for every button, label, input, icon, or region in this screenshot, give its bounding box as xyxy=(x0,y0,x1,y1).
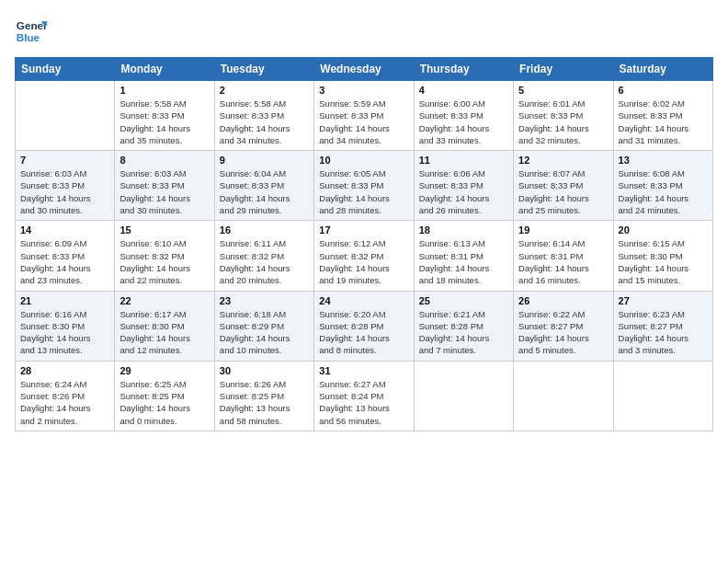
calendar-cell: 5Sunrise: 6:01 AM Sunset: 8:33 PM Daylig… xyxy=(514,81,613,151)
day-info: Sunrise: 6:03 AM Sunset: 8:33 PM Dayligh… xyxy=(119,167,209,216)
day-number: 8 xyxy=(119,155,209,166)
day-info: Sunrise: 5:59 AM Sunset: 8:33 PM Dayligh… xyxy=(319,98,408,146)
calendar-cell: 6Sunrise: 6:02 AM Sunset: 8:33 PM Daylig… xyxy=(613,81,712,151)
day-info: Sunrise: 6:27 AM Sunset: 8:24 PM Dayligh… xyxy=(319,378,408,427)
calendar-cell: 12Sunrise: 6:07 AM Sunset: 8:33 PM Dayli… xyxy=(514,151,613,221)
day-info: Sunrise: 6:01 AM Sunset: 8:33 PM Dayligh… xyxy=(518,98,608,146)
calendar-cell: 8Sunrise: 6:03 AM Sunset: 8:33 PM Daylig… xyxy=(115,151,214,221)
calendar-cell: 26Sunrise: 6:22 AM Sunset: 8:27 PM Dayli… xyxy=(514,291,613,361)
calendar-cell: 11Sunrise: 6:06 AM Sunset: 8:33 PM Dayli… xyxy=(414,151,513,221)
day-info: Sunrise: 6:00 AM Sunset: 8:33 PM Dayligh… xyxy=(419,98,508,146)
day-number: 3 xyxy=(319,85,408,96)
day-number: 27 xyxy=(619,295,708,306)
calendar-cell: 9Sunrise: 6:04 AM Sunset: 8:33 PM Daylig… xyxy=(214,151,313,221)
day-info: Sunrise: 6:11 AM Sunset: 8:32 PM Dayligh… xyxy=(220,237,309,286)
day-info: Sunrise: 6:03 AM Sunset: 8:33 PM Dayligh… xyxy=(20,167,109,216)
day-info: Sunrise: 6:12 AM Sunset: 8:32 PM Dayligh… xyxy=(319,237,408,286)
calendar-cell: 2Sunrise: 5:58 AM Sunset: 8:33 PM Daylig… xyxy=(214,81,313,151)
day-info: Sunrise: 6:22 AM Sunset: 8:27 PM Dayligh… xyxy=(518,308,608,357)
day-number: 24 xyxy=(319,295,408,306)
day-info: Sunrise: 6:10 AM Sunset: 8:32 PM Dayligh… xyxy=(119,237,209,286)
svg-text:Blue: Blue xyxy=(17,31,40,43)
day-number: 18 xyxy=(419,224,508,236)
calendar: SundayMondayTuesdayWednesdayThursdayFrid… xyxy=(15,57,713,431)
calendar-cell: 22Sunrise: 6:17 AM Sunset: 8:30 PM Dayli… xyxy=(115,291,214,361)
day-info: Sunrise: 6:08 AM Sunset: 8:33 PM Dayligh… xyxy=(619,167,708,216)
day-info: Sunrise: 6:09 AM Sunset: 8:33 PM Dayligh… xyxy=(20,237,109,286)
weekday-header: Friday xyxy=(514,58,613,81)
weekday-header: Tuesday xyxy=(214,58,313,81)
day-number: 13 xyxy=(619,155,708,166)
page: General Blue SundayMondayTuesdayWednesda… xyxy=(0,0,728,563)
calendar-cell: 21Sunrise: 6:16 AM Sunset: 8:30 PM Dayli… xyxy=(16,291,115,361)
logo: General Blue xyxy=(15,15,48,48)
day-info: Sunrise: 6:05 AM Sunset: 8:33 PM Dayligh… xyxy=(319,167,408,216)
day-number: 17 xyxy=(319,224,408,236)
header: General Blue xyxy=(15,15,713,48)
calendar-cell: 16Sunrise: 6:11 AM Sunset: 8:32 PM Dayli… xyxy=(214,221,313,291)
day-number: 21 xyxy=(20,295,109,306)
day-number: 2 xyxy=(220,85,309,96)
day-info: Sunrise: 6:17 AM Sunset: 8:30 PM Dayligh… xyxy=(119,308,209,357)
day-info: Sunrise: 6:16 AM Sunset: 8:30 PM Dayligh… xyxy=(20,308,109,357)
day-info: Sunrise: 6:20 AM Sunset: 8:28 PM Dayligh… xyxy=(319,308,408,357)
day-number: 31 xyxy=(319,365,408,376)
day-number: 29 xyxy=(119,365,209,376)
day-number: 30 xyxy=(220,365,309,376)
day-number: 16 xyxy=(220,224,309,236)
logo-icon: General Blue xyxy=(15,15,48,48)
day-info: Sunrise: 6:06 AM Sunset: 8:33 PM Dayligh… xyxy=(419,167,508,216)
day-number: 28 xyxy=(20,365,109,376)
day-number: 15 xyxy=(119,224,209,236)
calendar-cell: 31Sunrise: 6:27 AM Sunset: 8:24 PM Dayli… xyxy=(314,361,414,431)
day-info: Sunrise: 6:26 AM Sunset: 8:25 PM Dayligh… xyxy=(220,378,309,427)
weekday-header: Wednesday xyxy=(314,58,414,81)
day-number: 22 xyxy=(119,295,209,306)
weekday-header: Sunday xyxy=(16,58,115,81)
day-info: Sunrise: 6:07 AM Sunset: 8:33 PM Dayligh… xyxy=(518,167,608,216)
calendar-cell: 13Sunrise: 6:08 AM Sunset: 8:33 PM Dayli… xyxy=(613,151,712,221)
day-number: 19 xyxy=(518,224,608,236)
day-number: 10 xyxy=(319,155,408,166)
day-info: Sunrise: 6:13 AM Sunset: 8:31 PM Dayligh… xyxy=(419,237,508,286)
calendar-cell: 14Sunrise: 6:09 AM Sunset: 8:33 PM Dayli… xyxy=(16,221,115,291)
calendar-cell: 17Sunrise: 6:12 AM Sunset: 8:32 PM Dayli… xyxy=(314,221,414,291)
calendar-cell: 10Sunrise: 6:05 AM Sunset: 8:33 PM Dayli… xyxy=(314,151,414,221)
calendar-cell: 1Sunrise: 5:58 AM Sunset: 8:33 PM Daylig… xyxy=(115,81,214,151)
calendar-cell: 4Sunrise: 6:00 AM Sunset: 8:33 PM Daylig… xyxy=(414,81,513,151)
day-number: 12 xyxy=(518,155,608,166)
calendar-cell: 27Sunrise: 6:23 AM Sunset: 8:27 PM Dayli… xyxy=(613,291,712,361)
day-number: 9 xyxy=(220,155,309,166)
day-number: 14 xyxy=(20,224,109,236)
svg-text:General: General xyxy=(17,19,48,31)
calendar-cell: 20Sunrise: 6:15 AM Sunset: 8:30 PM Dayli… xyxy=(613,221,712,291)
calendar-cell: 24Sunrise: 6:20 AM Sunset: 8:28 PM Dayli… xyxy=(314,291,414,361)
calendar-cell: 29Sunrise: 6:25 AM Sunset: 8:25 PM Dayli… xyxy=(115,361,214,431)
weekday-header: Thursday xyxy=(414,58,513,81)
day-info: Sunrise: 6:24 AM Sunset: 8:26 PM Dayligh… xyxy=(20,378,109,427)
day-number: 4 xyxy=(419,85,508,96)
calendar-cell: 25Sunrise: 6:21 AM Sunset: 8:28 PM Dayli… xyxy=(414,291,513,361)
calendar-cell: 23Sunrise: 6:18 AM Sunset: 8:29 PM Dayli… xyxy=(214,291,313,361)
day-number: 26 xyxy=(518,295,608,306)
day-info: Sunrise: 6:15 AM Sunset: 8:30 PM Dayligh… xyxy=(619,237,708,286)
weekday-header: Monday xyxy=(115,58,214,81)
calendar-cell: 3Sunrise: 5:59 AM Sunset: 8:33 PM Daylig… xyxy=(314,81,414,151)
calendar-cell xyxy=(613,361,712,431)
day-info: Sunrise: 6:21 AM Sunset: 8:28 PM Dayligh… xyxy=(419,308,508,357)
day-number: 23 xyxy=(220,295,309,306)
day-number: 1 xyxy=(119,85,209,96)
calendar-cell: 15Sunrise: 6:10 AM Sunset: 8:32 PM Dayli… xyxy=(115,221,214,291)
day-number: 5 xyxy=(518,85,608,96)
weekday-header: Saturday xyxy=(613,58,712,81)
calendar-cell: 30Sunrise: 6:26 AM Sunset: 8:25 PM Dayli… xyxy=(214,361,313,431)
day-info: Sunrise: 6:25 AM Sunset: 8:25 PM Dayligh… xyxy=(119,378,209,427)
day-info: Sunrise: 6:02 AM Sunset: 8:33 PM Dayligh… xyxy=(619,98,708,146)
day-info: Sunrise: 5:58 AM Sunset: 8:33 PM Dayligh… xyxy=(119,98,209,146)
calendar-cell: 18Sunrise: 6:13 AM Sunset: 8:31 PM Dayli… xyxy=(414,221,513,291)
day-info: Sunrise: 6:04 AM Sunset: 8:33 PM Dayligh… xyxy=(220,167,309,216)
day-info: Sunrise: 6:23 AM Sunset: 8:27 PM Dayligh… xyxy=(619,308,708,357)
day-number: 20 xyxy=(619,224,708,236)
day-number: 11 xyxy=(419,155,508,166)
calendar-cell: 7Sunrise: 6:03 AM Sunset: 8:33 PM Daylig… xyxy=(16,151,115,221)
